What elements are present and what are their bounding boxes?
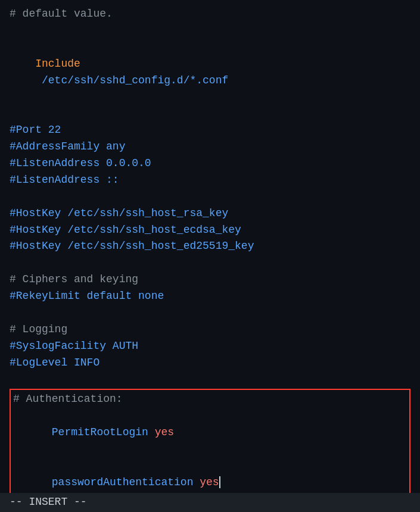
line-4 [10,105,410,122]
auth-comment: # Authentication: [13,391,407,408]
line-11: #HostKey /etc/ssh/ssh_host_ecdsa_key [10,222,410,239]
line-7: #ListenAddress 0.0.0.0 [10,155,410,172]
line-18: #SyslogFacility AUTH [10,338,410,355]
insert-mode-label: -- INSERT -- [10,496,87,508]
permit-root-value: yes [155,426,174,438]
line-10: #HostKey /etc/ssh/ssh_host_rsa_key [10,205,410,222]
password-auth-directive: passwordAuthentication [52,476,200,488]
line-8: #ListenAddress :: [10,172,410,189]
line-17: # Logging [10,321,410,338]
line-12: #HostKey /etc/ssh/ssh_host_ed25519_key [10,238,410,255]
include-path: /etc/ssh/sshd_config.d/*.conf [35,74,228,86]
line-19: #LogLevel INFO [10,355,410,371]
line-6: #AddressFamily any [10,139,410,155]
line-3: Include /etc/ssh/sshd_config.d/*.conf [10,39,410,106]
authentication-block: # Authentication: PermitRootLogin yes pa… [10,389,410,510]
line-9 [10,189,410,205]
editor: # default value. Include /etc/ssh/sshd_c… [0,0,420,512]
line-13 [10,255,410,271]
line-20 [10,371,410,388]
include-keyword: Include [35,58,80,70]
permit-root-line: PermitRootLogin yes [13,408,407,458]
line-2 [10,23,410,39]
line-15: #RekeyLimit default none [10,288,410,305]
permit-root-directive: PermitRootLogin [52,426,155,438]
line-14: # Ciphers and keying [10,271,410,288]
line-1: # default value. [10,6,410,23]
line-16 [10,305,410,321]
statusline: -- INSERT -- [0,493,420,512]
text-cursor [219,476,220,488]
password-auth-value: yes [200,476,219,488]
line-5: #Port 22 [10,122,410,139]
